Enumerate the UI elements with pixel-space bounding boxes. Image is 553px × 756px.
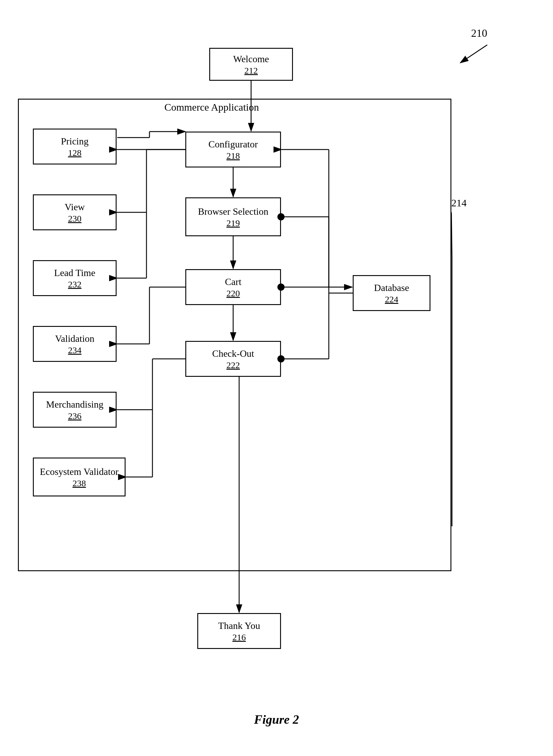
ecosystem-validator-ref: 238: [73, 478, 86, 488]
figure-label: Figure 2: [254, 712, 299, 727]
pricing-ref: 128: [68, 148, 82, 158]
lead-time-label: Lead Time: [54, 267, 95, 279]
database-box: Database 224: [353, 275, 430, 311]
cart-box: Cart 220: [185, 269, 281, 305]
thank-you-ref: 216: [233, 632, 246, 642]
thank-you-box: Thank You 216: [197, 613, 281, 649]
thank-you-label: Thank You: [218, 620, 260, 632]
browser-selection-box: Browser Selection 219: [185, 198, 281, 236]
browser-selection-label: Browser Selection: [198, 206, 268, 218]
lead-time-ref: 232: [68, 279, 82, 290]
browser-selection-ref: 219: [227, 218, 240, 228]
ecosystem-validator-box: Ecosystem Validator 238: [33, 458, 126, 497]
view-ref: 230: [68, 214, 82, 224]
database-ref: 224: [385, 294, 398, 304]
diagram-container: 210 Welcome 212 Commerce Application Con…: [0, 18, 553, 736]
merchandising-label: Merchandising: [46, 398, 103, 411]
lead-time-box: Lead Time 232: [33, 260, 116, 296]
welcome-ref: 212: [244, 66, 258, 76]
validation-ref: 234: [68, 345, 82, 355]
database-label: Database: [374, 282, 409, 294]
cart-label: Cart: [225, 276, 241, 288]
welcome-label: Welcome: [233, 53, 269, 66]
configurator-label: Configurator: [208, 138, 258, 151]
checkout-box: Check-Out 222: [185, 341, 281, 377]
view-label: View: [65, 201, 85, 214]
pricing-label: Pricing: [61, 135, 88, 148]
configurator-ref: 218: [227, 151, 240, 161]
view-box: View 230: [33, 195, 116, 230]
cart-ref: 220: [227, 288, 240, 298]
pricing-box: Pricing 128: [33, 129, 116, 164]
svg-line-34: [451, 212, 452, 257]
merchandising-box: Merchandising 236: [33, 392, 116, 428]
validation-label: Validation: [55, 332, 94, 345]
configurator-box: Configurator 218: [185, 132, 281, 167]
merchandising-ref: 236: [68, 411, 82, 421]
welcome-box: Welcome 212: [209, 48, 293, 81]
commerce-app-title: Commerce Application: [164, 102, 259, 113]
ecosystem-validator-label: Ecosystem Validator: [40, 466, 118, 478]
ref-214-label: 214: [451, 198, 467, 209]
ref-210-label: 210: [471, 27, 487, 40]
validation-box: Validation 234: [33, 326, 116, 362]
checkout-label: Check-Out: [212, 348, 254, 360]
svg-line-3: [460, 45, 487, 63]
checkout-ref: 222: [227, 360, 240, 370]
